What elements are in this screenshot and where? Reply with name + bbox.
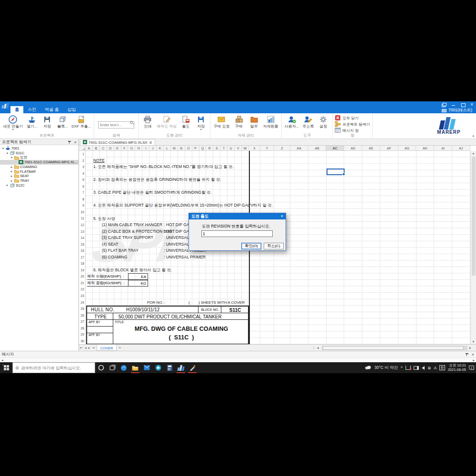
file-explorer-icon[interactable] <box>129 362 141 373</box>
column-header-Y[interactable]: Y <box>260 146 274 151</box>
row-header-12[interactable]: 12 <box>79 222 85 228</box>
print-button[interactable]: 인쇄 <box>140 115 155 129</box>
row-header-10[interactable]: 10 <box>79 209 85 216</box>
chevron-down-icon[interactable]: ▾ <box>1 147 5 150</box>
column-header-N[interactable]: N <box>178 146 185 151</box>
column-header-J[interactable]: J <box>149 146 157 151</box>
close-all-button[interactable]: 모두 닫기 <box>335 115 370 121</box>
ok-button[interactable]: 확인(O) <box>241 243 261 249</box>
weather-text[interactable]: 30°C 비 약간 <box>374 365 397 371</box>
tree-item-flatbar[interactable]: ▸FLATBAR <box>0 169 79 174</box>
column-header-U[interactable]: U <box>228 146 235 151</box>
row-header-14[interactable]: 14 <box>79 235 85 241</box>
document-tab[interactable]: 7001-S11C-COAMING-MFG.XLSX ⊗ <box>80 139 155 145</box>
user-button[interactable]: 사용자... <box>284 115 300 129</box>
column-header-M[interactable]: M <box>171 146 178 151</box>
column-header-S[interactable]: S <box>213 146 220 151</box>
vertical-scrollbar[interactable]: ▴ ▾ <box>470 151 476 344</box>
horizontal-scroll-thumb[interactable] <box>323 346 464 350</box>
draft-create-button[interactable]: 제작도 작성 <box>156 115 178 129</box>
tree-item-seat[interactable]: ▸SEAT <box>0 174 79 178</box>
chevron-right-icon[interactable]: ▸ <box>10 179 13 183</box>
ime-korean-indicator[interactable]: 한 <box>439 365 445 370</box>
last-sheet-icon[interactable]: ⇥ <box>91 346 96 350</box>
scroll-left-icon[interactable]: ◂ <box>317 346 319 350</box>
column-header-AC[interactable]: AC <box>326 146 344 151</box>
add-sheet-button[interactable]: + <box>117 346 123 350</box>
close-icon[interactable]: × <box>470 103 473 107</box>
column-header-AA[interactable]: AA <box>290 146 308 151</box>
chevron-right-icon[interactable]: ▸ <box>10 165 13 169</box>
tree-item-tray[interactable]: ▸TRAY <box>0 178 79 183</box>
first-sheet-icon[interactable]: ⇤ <box>79 346 84 350</box>
scroll-left-icon[interactable]: ◂ <box>1 358 3 362</box>
row-header-22[interactable]: 22 <box>79 286 85 293</box>
speaker-icon[interactable] <box>422 366 425 370</box>
row-header-16[interactable]: 16 <box>79 248 85 254</box>
column-header-AI[interactable]: AI <box>434 146 452 151</box>
column-header-AF[interactable]: AF <box>380 146 398 151</box>
column-header-A[interactable]: A <box>86 146 93 151</box>
column-header-X[interactable]: X <box>249 146 260 151</box>
save-button[interactable]: 저장 <box>40 115 54 129</box>
column-header-Z[interactable]: Z <box>274 146 290 151</box>
vertical-scroll-thumb[interactable] <box>472 157 476 276</box>
row-header-30[interactable]: 30 <box>79 338 85 345</box>
ribbon-search-input[interactable] <box>98 121 134 129</box>
row-header-5[interactable]: 5 <box>79 177 85 183</box>
tree-item-7001[interactable]: ▾7001 <box>0 146 79 151</box>
minimize-icon[interactable] <box>451 103 456 107</box>
close-panel-icon[interactable]: × <box>472 352 474 357</box>
hidden-icons-chevron[interactable]: ^ <box>401 366 403 370</box>
column-header-AE[interactable]: AE <box>362 146 380 151</box>
row-header-26[interactable]: 26 <box>79 312 85 319</box>
save-drawing-button[interactable]: 저장▾ <box>194 115 208 131</box>
row-header-9[interactable]: 9 <box>79 202 85 209</box>
project-explorer-button[interactable]: 프로젝트 탐색기 <box>335 121 370 127</box>
calculator-icon[interactable] <box>164 362 175 373</box>
new-button[interactable]: 새로 만들기▾ <box>2 115 24 131</box>
chevron-right-icon[interactable]: ▸ <box>10 174 13 178</box>
column-header-T[interactable]: T <box>220 146 228 151</box>
mail-icon[interactable] <box>141 362 152 373</box>
chevron-right-icon[interactable]: ▸ <box>6 183 9 187</box>
tab-splitter[interactable]: ⁞ <box>313 346 314 350</box>
tree-item-s12c[interactable]: ▸S12C <box>0 183 79 188</box>
taskbar-search[interactable] <box>12 362 95 373</box>
column-header-W[interactable]: W <box>242 146 249 151</box>
column-header-Q[interactable]: Q <box>199 146 207 151</box>
inventory-status-button[interactable]: 자재현황 <box>262 115 279 129</box>
network-disconnected-icon[interactable] <box>406 366 411 370</box>
scroll-down-icon[interactable]: ▾ <box>471 340 476 344</box>
column-header-B[interactable]: B <box>93 146 100 151</box>
tree-item-s11c[interactable]: ▾S11C <box>0 151 79 156</box>
message-scrollbar[interactable]: ◂ ▸ <box>0 357 476 362</box>
notification-center-icon[interactable]: 2 <box>469 366 474 370</box>
open-button[interactable]: 열기... <box>25 115 39 129</box>
start-button[interactable] <box>0 362 12 373</box>
scroll-right-icon[interactable]: ▸ <box>473 358 475 362</box>
block-button[interactable]: 블록... <box>55 115 69 129</box>
cancel-button[interactable]: 취소(C) <box>264 243 284 249</box>
scroll-up-icon[interactable]: ▴ <box>471 151 476 155</box>
chevron-down-icon[interactable]: ▾ <box>10 156 13 159</box>
settings-button[interactable]: 설정 <box>316 115 330 129</box>
row-header-29[interactable]: 29 <box>79 331 85 338</box>
column-header-F[interactable]: F <box>121 146 129 151</box>
column-header-H[interactable]: H <box>135 146 142 151</box>
dock-window-icon[interactable] <box>442 103 446 107</box>
chevron-down-icon[interactable]: ▾ <box>6 151 9 155</box>
row-header-7[interactable]: 7 <box>79 189 85 196</box>
row-header-19[interactable]: 19 <box>79 267 85 274</box>
row-header-17[interactable]: 17 <box>79 254 85 261</box>
row-header-25[interactable]: 25 <box>79 306 85 312</box>
row-header-23[interactable]: 23 <box>79 293 85 299</box>
column-header-K[interactable]: K <box>157 146 164 151</box>
edge-browser-icon[interactable] <box>118 362 129 373</box>
row-header-1[interactable]: 1 <box>79 151 85 158</box>
cortana-icon[interactable] <box>95 362 107 373</box>
task-view-icon[interactable] <box>107 362 118 373</box>
prev-sheet-icon[interactable]: ◂ <box>84 346 88 350</box>
column-header-AH[interactable]: AH <box>416 146 434 151</box>
row-header-21[interactable]: 21 <box>79 280 85 287</box>
